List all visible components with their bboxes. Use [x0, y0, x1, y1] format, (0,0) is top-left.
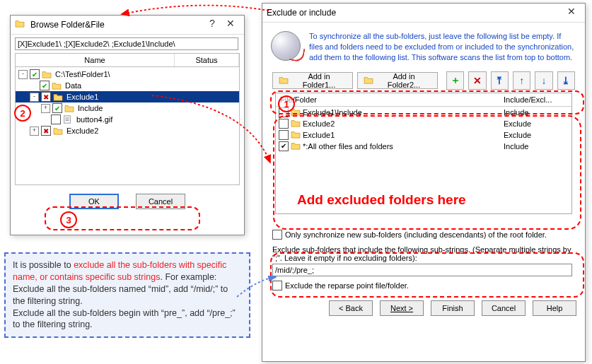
- tree-row[interactable]: button4.gif: [16, 114, 239, 125]
- add-in-folder2-button[interactable]: Add in Folder2...: [357, 72, 438, 89]
- expand-toggle[interactable]: +: [41, 104, 50, 113]
- include-checkbox[interactable]: ✖: [41, 126, 51, 136]
- globe-icon: [271, 31, 301, 61]
- row-ie: Include: [504, 142, 571, 151]
- tree-row[interactable]: ✔Data: [16, 80, 239, 91]
- row-label: Exclude1: [303, 131, 335, 139]
- dialog-buttons: OK Cancel: [11, 189, 244, 216]
- file-list[interactable]: File/Folder Include/Excl... Exclude1\Inc…: [275, 93, 572, 214]
- tree-body[interactable]: -✔C:\Test\Folder1\✔Data-✖Exclude1+✔Inclu…: [15, 67, 240, 185]
- move-up-button[interactable]: ↑: [513, 71, 530, 90]
- browse-folder-dialog: Browse Folder&File ? ✕ Name Status -✔C:\…: [10, 15, 245, 235]
- list-row[interactable]: Exclude1\IncludeInclude: [276, 107, 571, 118]
- folder-add-icon: [279, 76, 289, 86]
- move-top-button[interactable]: ⤒: [491, 71, 509, 90]
- exclude-include-dialog: Exclude or include ✕ To synchronize all …: [262, 3, 586, 362]
- include-checkbox[interactable]: [51, 115, 61, 124]
- tree-row[interactable]: -✔C:\Test\Folder1\: [16, 69, 239, 80]
- excl-reparse-checkbox[interactable]: [272, 281, 282, 290]
- info-text: To synchronize all the sub-folders, just…: [309, 31, 576, 63]
- col-name[interactable]: Name: [16, 54, 175, 66]
- ok-button[interactable]: OK: [69, 194, 119, 209]
- col-ie[interactable]: Include/Excl...: [499, 93, 571, 106]
- only-sync-row[interactable]: Only synchronize new sub-folders (includ…: [269, 228, 578, 241]
- folder-icon: [291, 141, 301, 151]
- excl-substr-label: Exclude sub-folders that include the fol…: [269, 244, 578, 264]
- include-checkbox[interactable]: ✔: [40, 81, 50, 90]
- folder-icon: [291, 130, 301, 140]
- row-checkbox[interactable]: ✔: [279, 141, 289, 151]
- tree-label: button4.gif: [75, 115, 114, 124]
- excl-substr-input[interactable]: [272, 264, 572, 276]
- list-row[interactable]: Exclude1Exclude: [276, 129, 571, 141]
- help-button[interactable]: Help: [533, 300, 576, 316]
- row-ie: Exclude: [504, 131, 571, 139]
- only-sync-label: Only synchronize new sub-folders (includ…: [285, 230, 547, 239]
- row-label: Exclude1\Include: [303, 108, 362, 117]
- cancel-button[interactable]: Cancel: [482, 300, 526, 316]
- row-ie: Exclude: [504, 119, 571, 128]
- row-label: Exclude2: [303, 119, 335, 128]
- row-checkbox[interactable]: [279, 130, 289, 140]
- folder-icon: [291, 107, 301, 117]
- expand-toggle[interactable]: +: [30, 127, 39, 136]
- move-bottom-button[interactable]: ⤓: [557, 71, 575, 90]
- svg-rect-3: [65, 120, 69, 121]
- add-row-button[interactable]: ＋: [446, 71, 464, 90]
- ei-title: Exclude or include: [267, 8, 336, 18]
- path-input[interactable]: [15, 37, 238, 50]
- include-checkbox[interactable]: ✔: [30, 69, 40, 79]
- folder-icon: [42, 70, 52, 78]
- expand-toggle: [30, 82, 37, 90]
- tree-label: Exclude2: [65, 127, 100, 135]
- tree-label: Exclude1: [65, 93, 100, 101]
- close-button[interactable]: ✕: [562, 6, 581, 20]
- ei-titlebar: Exclude or include ✕: [262, 4, 585, 23]
- tree-header: Name Status: [15, 53, 240, 67]
- col-file[interactable]: File/Folder: [276, 93, 499, 106]
- tree-label: Include: [76, 104, 104, 112]
- ei-inner: To synchronize all the sub-folders, just…: [262, 23, 585, 293]
- add2-label: Add in Folder2...: [376, 72, 431, 89]
- list-row[interactable]: ✔*:All other files and foldersInclude: [276, 141, 571, 152]
- toolbar: Add in Folder1... Add in Folder2... ＋ ✕ …: [269, 70, 578, 91]
- help-button[interactable]: ?: [203, 18, 221, 32]
- folder-add-icon: [364, 76, 373, 86]
- list-row[interactable]: Exclude2Exclude: [276, 118, 571, 129]
- col-status[interactable]: Status: [175, 54, 239, 66]
- only-sync-checkbox[interactable]: [272, 230, 282, 240]
- expand-toggle[interactable]: -: [18, 70, 28, 79]
- svg-rect-2: [65, 119, 69, 119]
- remove-row-button[interactable]: ✕: [468, 71, 486, 90]
- row-checkbox[interactable]: [279, 119, 289, 129]
- tree-row[interactable]: +✖Exclude2: [16, 125, 239, 136]
- wizard-buttons: < Back Next > Finish Cancel Help: [262, 293, 585, 323]
- expand-toggle[interactable]: -: [30, 93, 39, 102]
- excl-reparse-label: Exclude the reparse point file/folder.: [285, 281, 409, 290]
- svg-rect-1: [65, 117, 69, 118]
- tree-row[interactable]: +✔Include: [16, 102, 239, 114]
- list-header: File/Folder Include/Excl...: [276, 93, 571, 107]
- finish-button[interactable]: Finish: [431, 300, 475, 316]
- row-checkbox[interactable]: [279, 107, 289, 117]
- tip-p1: It is possible to: [13, 260, 74, 270]
- close-button[interactable]: ✕: [221, 18, 240, 32]
- cancel-button[interactable]: Cancel: [136, 194, 185, 209]
- row-ie: Include: [504, 108, 571, 117]
- add-in-folder1-button[interactable]: Add in Folder1...: [272, 72, 353, 89]
- folder-icon: [15, 19, 26, 30]
- folder-icon: [53, 93, 63, 101]
- folder-icon: [53, 127, 63, 135]
- excl-reparse-row[interactable]: Exclude the reparse point file/folder.: [269, 276, 578, 292]
- row-label: *:All other files and folders: [303, 142, 393, 151]
- include-checkbox[interactable]: ✔: [52, 103, 62, 113]
- anno-tip-box: It is possible to exclude all the sub-fo…: [4, 252, 250, 338]
- include-checkbox[interactable]: ✖: [41, 92, 51, 102]
- tree-row[interactable]: -✖Exclude1: [16, 91, 239, 102]
- folder-icon: [52, 81, 62, 90]
- file-icon: [63, 115, 73, 124]
- move-down-button[interactable]: ↓: [535, 71, 552, 90]
- next-button[interactable]: Next >: [380, 300, 424, 316]
- back-button[interactable]: < Back: [329, 300, 373, 316]
- browse-titlebar: Browse Folder&File ? ✕: [11, 16, 244, 35]
